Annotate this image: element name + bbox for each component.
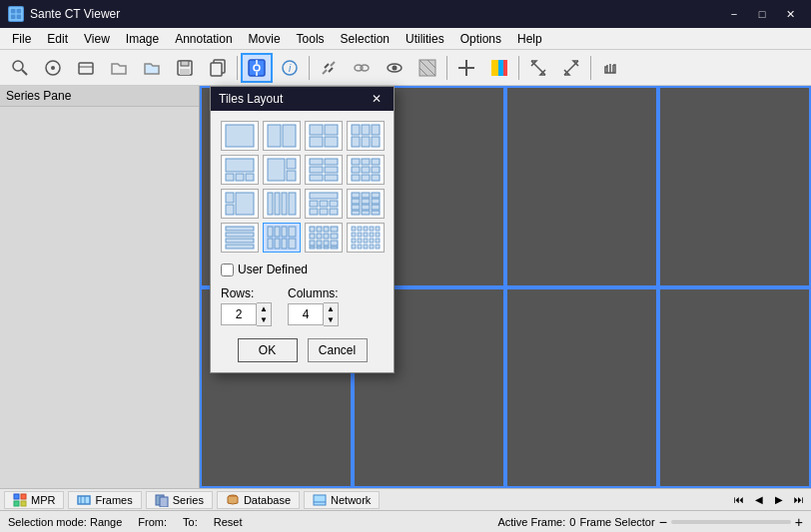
dialog-close-button[interactable]: ✕ [368, 90, 386, 108]
cols-spinner: ▲ ▼ [288, 302, 339, 326]
dialog-title-bar: Tiles Layout ✕ [211, 87, 394, 111]
cols-input[interactable] [288, 303, 324, 325]
layout-4x4[interactable] [305, 223, 343, 253]
cols-increment-button[interactable]: ▲ [324, 303, 338, 314]
layout-2x4-selected[interactable] [263, 223, 301, 253]
svg-rect-124 [331, 234, 338, 239]
svg-rect-115 [282, 239, 287, 249]
layout-grid [221, 121, 384, 253]
layout-4col[interactable] [263, 189, 301, 219]
layout-2x3[interactable] [347, 121, 385, 151]
svg-rect-107 [226, 239, 254, 243]
rows-decrement-button[interactable]: ▼ [257, 314, 271, 325]
layout-4x3[interactable] [347, 189, 385, 219]
svg-rect-46 [283, 125, 296, 147]
layout-1x1[interactable] [221, 121, 259, 151]
svg-rect-44 [226, 125, 254, 147]
layout-3x3[interactable] [347, 155, 385, 185]
svg-rect-92 [330, 209, 338, 215]
svg-rect-48 [325, 125, 338, 135]
svg-rect-152 [376, 245, 380, 249]
svg-rect-130 [317, 247, 322, 249]
svg-rect-140 [364, 233, 368, 237]
user-defined-label: User Defined [238, 263, 308, 276]
svg-rect-129 [310, 247, 315, 249]
svg-rect-106 [226, 233, 254, 237]
svg-rect-66 [310, 167, 323, 173]
svg-rect-60 [246, 174, 254, 181]
user-defined-row: User Defined [221, 263, 384, 276]
svg-rect-144 [358, 239, 362, 243]
dialog-body: User Defined Rows: ▲ ▼ Columns: [211, 111, 394, 372]
svg-rect-74 [362, 167, 370, 173]
svg-rect-118 [317, 227, 322, 232]
svg-rect-79 [226, 193, 234, 203]
tiles-layout-dialog: Tiles Layout ✕ [210, 86, 395, 373]
svg-rect-133 [352, 227, 356, 231]
svg-rect-101 [372, 205, 380, 210]
rows-increment-button[interactable]: ▲ [257, 303, 271, 314]
svg-rect-52 [362, 125, 370, 135]
svg-rect-72 [372, 159, 380, 165]
layout-3x2[interactable] [305, 155, 343, 185]
svg-rect-65 [325, 159, 338, 165]
rows-input[interactable] [221, 303, 257, 325]
svg-rect-59 [236, 174, 244, 181]
svg-rect-136 [370, 227, 374, 231]
svg-rect-132 [331, 247, 338, 249]
svg-rect-108 [226, 245, 254, 249]
svg-rect-125 [310, 241, 315, 246]
svg-rect-78 [372, 175, 380, 181]
layout-5x4[interactable] [347, 223, 385, 253]
svg-rect-94 [362, 193, 370, 198]
svg-rect-82 [268, 193, 273, 215]
svg-rect-112 [289, 227, 296, 237]
svg-rect-97 [362, 199, 370, 204]
svg-rect-63 [287, 171, 296, 181]
svg-rect-55 [362, 137, 370, 147]
svg-rect-122 [317, 234, 322, 239]
svg-rect-83 [275, 193, 280, 215]
svg-rect-57 [226, 159, 254, 172]
svg-rect-50 [325, 137, 338, 147]
svg-rect-95 [372, 193, 380, 198]
svg-rect-126 [317, 241, 322, 246]
layout-left-wide[interactable] [263, 155, 301, 185]
svg-rect-85 [289, 193, 296, 215]
svg-rect-150 [364, 245, 368, 249]
ok-button[interactable]: OK [238, 338, 298, 362]
svg-rect-98 [372, 199, 380, 204]
cancel-button[interactable]: Cancel [308, 338, 368, 362]
svg-rect-110 [275, 227, 280, 237]
svg-rect-131 [324, 247, 329, 249]
svg-rect-102 [352, 211, 360, 215]
svg-rect-73 [352, 167, 360, 173]
svg-rect-135 [364, 227, 368, 231]
svg-rect-96 [352, 199, 360, 204]
svg-rect-80 [226, 205, 234, 215]
cols-decrement-button[interactable]: ▼ [324, 314, 338, 325]
svg-rect-64 [310, 159, 323, 165]
user-defined-checkbox-wrapper[interactable]: User Defined [221, 263, 308, 276]
svg-rect-49 [310, 137, 323, 147]
layout-2x2[interactable] [305, 121, 343, 151]
svg-rect-90 [310, 209, 318, 215]
svg-rect-86 [310, 193, 338, 199]
layout-1x2[interactable] [263, 121, 301, 151]
svg-rect-93 [352, 193, 360, 198]
svg-rect-146 [370, 239, 374, 243]
svg-rect-89 [330, 201, 338, 207]
layout-left-col[interactable] [221, 189, 259, 219]
svg-rect-116 [289, 239, 296, 249]
layout-3x3b[interactable] [305, 189, 343, 219]
layout-top-big[interactable] [221, 155, 259, 185]
svg-rect-75 [372, 167, 380, 173]
user-defined-checkbox[interactable] [221, 264, 234, 276]
svg-rect-147 [376, 239, 380, 243]
layout-r4[interactable] [221, 223, 259, 253]
svg-rect-148 [352, 245, 356, 249]
svg-rect-142 [376, 233, 380, 237]
svg-rect-100 [362, 205, 370, 210]
svg-rect-151 [370, 245, 374, 249]
svg-rect-67 [325, 167, 338, 173]
